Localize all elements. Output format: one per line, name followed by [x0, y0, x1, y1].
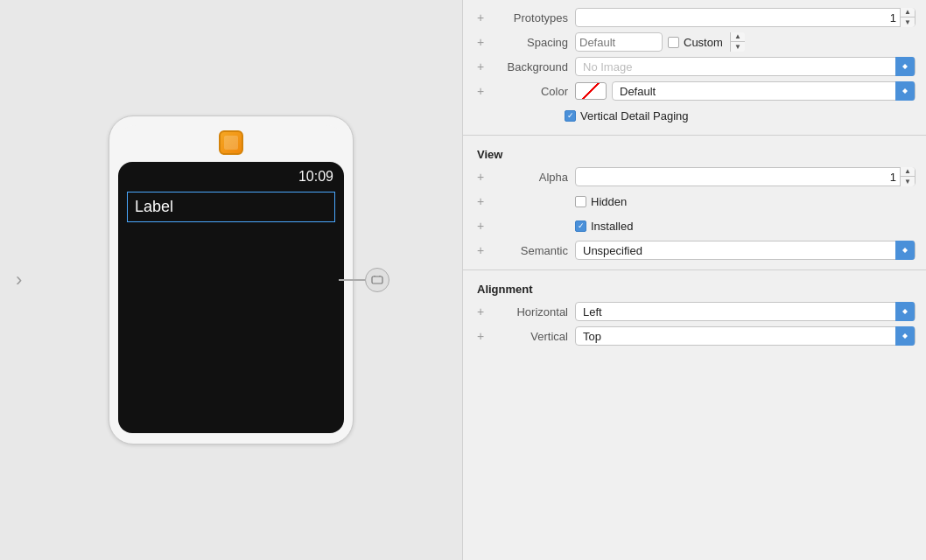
spacing-plus-btn[interactable]: +	[474, 36, 488, 48]
vertical-label: Vertical	[489, 330, 568, 343]
prototypes-label: Prototypes	[489, 11, 568, 24]
background-dropdown-text: No Image	[583, 60, 895, 74]
watch-screen: 10:09 Label	[118, 162, 344, 433]
watch-outer-frame: 10:09 Label	[109, 116, 354, 444]
hidden-checkbox-wrap[interactable]: Hidden	[575, 195, 627, 208]
vertical-dropdown-text: Top	[583, 330, 895, 343]
background-controls: No Image	[575, 57, 915, 76]
background-dropdown[interactable]: No Image	[575, 57, 915, 76]
chip-icon	[219, 130, 243, 155]
spacing-stepper-down[interactable]: ▼	[731, 42, 745, 52]
hidden-checkbox[interactable]	[575, 196, 586, 207]
spacing-controls: ▲ ▼ Custom	[575, 32, 915, 52]
installed-checkbox[interactable]	[575, 220, 586, 232]
spacing-label: Spacing	[489, 36, 568, 49]
alpha-label: Alpha	[489, 171, 568, 184]
color-dropdown[interactable]: Default	[612, 81, 915, 101]
connector-line	[339, 279, 365, 281]
color-plus-btn[interactable]: +	[474, 85, 488, 97]
spacing-stepper[interactable]: ▲ ▼	[730, 32, 745, 52]
watch-label-text: Label	[135, 198, 173, 215]
watch-device: 10:09 Label	[109, 116, 354, 444]
alpha-stepper[interactable]: ▲ ▼	[900, 167, 915, 186]
vertical-plus-btn[interactable]: +	[474, 330, 488, 342]
spacing-stepper-up[interactable]: ▲	[731, 32, 745, 42]
vdp-row: Vertical Detail Paging	[463, 103, 926, 128]
semantic-plus-btn[interactable]: +	[474, 244, 488, 256]
connector-circle	[365, 268, 389, 292]
horizontal-dropdown[interactable]: Left	[575, 302, 915, 321]
prototypes-plus-btn[interactable]: +	[474, 11, 488, 24]
vdp-label: Vertical Detail Paging	[580, 109, 689, 122]
installed-plus-btn[interactable]: +	[474, 220, 488, 232]
prototypes-section: + Prototypes ▲ ▼ + Spacing	[463, 0, 926, 135]
spacing-input[interactable]	[576, 36, 730, 49]
spacing-default-wrap: ▲ ▼	[575, 32, 663, 52]
horizontal-row: + Horizontal Left	[463, 299, 926, 324]
semantic-dropdown[interactable]: Unspecified	[575, 241, 915, 260]
alpha-controls: ▲ ▼	[575, 167, 915, 186]
background-row: + Background No Image	[463, 54, 926, 79]
background-label: Background	[489, 60, 568, 74]
color-controls: Default	[575, 81, 915, 101]
alpha-input-wrap[interactable]: ▲ ▼	[575, 167, 915, 186]
prototypes-stepper[interactable]: ▲ ▼	[900, 8, 915, 27]
semantic-row: + Semantic Unspecified	[463, 238, 926, 262]
connector	[339, 268, 389, 292]
horizontal-dropdown-arrow[interactable]	[895, 302, 915, 321]
installed-checkbox-wrap[interactable]: Installed	[575, 220, 633, 233]
spacing-row: + Spacing ▲ ▼ Custom	[463, 30, 926, 54]
right-panel: + Prototypes ▲ ▼ + Spacing	[462, 0, 926, 560]
color-swatch-diagonal	[576, 83, 606, 99]
background-plus-btn[interactable]: +	[474, 60, 488, 73]
spacing-input-wrap[interactable]: ▲ ▼	[575, 32, 663, 52]
prototypes-row: + Prototypes ▲ ▼	[463, 5, 926, 30]
vertical-row: + Vertical Top	[463, 324, 926, 348]
background-dropdown-arrow[interactable]	[895, 57, 915, 76]
alignment-section: Alignment + Horizontal Left + Vertical T…	[463, 270, 926, 355]
left-arrow-icon: ›	[16, 269, 22, 291]
hidden-label: Hidden	[591, 195, 627, 208]
alpha-stepper-up[interactable]: ▲	[901, 167, 915, 177]
horizontal-controls: Left	[575, 302, 915, 321]
horizontal-dropdown-text: Left	[583, 305, 895, 318]
view-section-header: View	[463, 141, 926, 164]
installed-controls: Installed	[575, 220, 915, 233]
alignment-section-header: Alignment	[463, 276, 926, 299]
alpha-plus-btn[interactable]: +	[474, 171, 488, 183]
prototypes-input[interactable]	[576, 11, 900, 24]
color-label: Color	[489, 85, 568, 98]
hidden-row: + Hidden	[463, 189, 926, 214]
semantic-label: Semantic	[489, 244, 568, 257]
alpha-input[interactable]	[576, 171, 900, 184]
hidden-controls: Hidden	[575, 195, 915, 208]
prototypes-stepper-up[interactable]: ▲	[901, 8, 915, 18]
color-row: + Color Default	[463, 79, 926, 103]
vdp-checkbox[interactable]	[565, 110, 576, 122]
alpha-stepper-down[interactable]: ▼	[901, 177, 915, 186]
svg-rect-0	[372, 276, 382, 284]
color-swatch[interactable]	[575, 82, 607, 100]
vdp-checkbox-wrap[interactable]: Vertical Detail Paging	[565, 109, 689, 122]
semantic-dropdown-arrow[interactable]	[895, 241, 915, 260]
prototypes-controls: ▲ ▼	[575, 8, 915, 27]
semantic-dropdown-text: Unspecified	[583, 244, 895, 257]
vertical-controls: Top	[575, 326, 915, 346]
canvas-area: › 10:09 Label	[0, 0, 462, 560]
vertical-dropdown-arrow[interactable]	[895, 326, 915, 346]
color-dropdown-arrow[interactable]	[895, 81, 915, 101]
prototypes-stepper-down[interactable]: ▼	[901, 18, 915, 27]
view-section: View + Alpha ▲ ▼ + Hid	[463, 136, 926, 270]
watch-label-box[interactable]: Label	[127, 192, 335, 222]
horizontal-plus-btn[interactable]: +	[474, 305, 488, 318]
prototypes-input-wrap[interactable]: ▲ ▼	[575, 8, 915, 27]
vertical-dropdown[interactable]: Top	[575, 326, 915, 346]
semantic-controls: Unspecified	[575, 241, 915, 260]
watch-top-bar	[118, 125, 344, 162]
horizontal-label: Horizontal	[489, 305, 568, 318]
alpha-row: + Alpha ▲ ▼	[463, 164, 926, 189]
watch-time: 10:09	[118, 162, 344, 188]
hidden-plus-btn[interactable]: +	[474, 195, 488, 207]
installed-row: + Installed	[463, 214, 926, 238]
color-dropdown-text: Default	[620, 85, 895, 98]
